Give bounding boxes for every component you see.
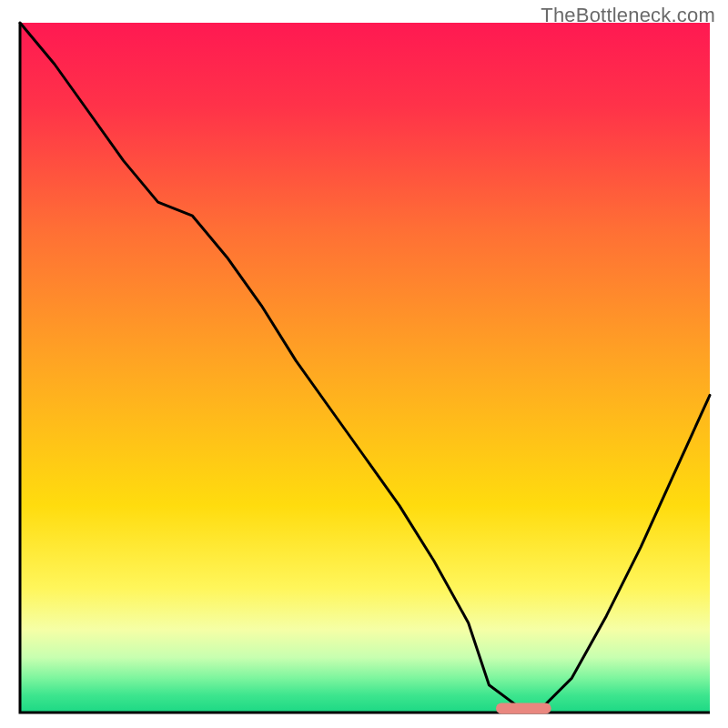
chart-container: TheBottleneck.com — [0, 0, 728, 728]
bottleneck-chart — [0, 0, 728, 728]
watermark-text: TheBottleneck.com — [541, 4, 715, 27]
plot-background — [20, 23, 710, 713]
optimal-marker — [496, 703, 551, 713]
